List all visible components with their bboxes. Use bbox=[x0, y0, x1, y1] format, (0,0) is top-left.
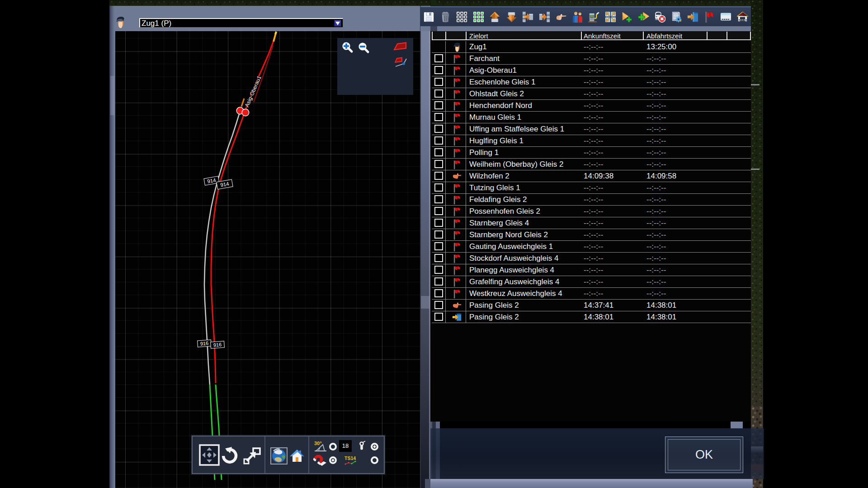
row-checkbox[interactable] bbox=[434, 313, 443, 321]
timetable-row[interactable]: Gauting Ausweichgleis 1--:--:----:--:-- bbox=[432, 241, 751, 253]
ts14-radio[interactable] bbox=[371, 456, 378, 464]
column-separator bbox=[726, 32, 727, 40]
timetable-row[interactable]: Feldafing Gleis 2--:--:----:--:-- bbox=[432, 194, 751, 206]
map-zoom-panel bbox=[337, 38, 413, 95]
grid-free-button[interactable] bbox=[456, 11, 467, 23]
export-button[interactable] bbox=[489, 11, 500, 23]
row-checkbox[interactable] bbox=[434, 89, 443, 98]
add-service-button[interactable] bbox=[638, 11, 649, 23]
row-destination: Henchendorf Nord bbox=[469, 101, 532, 110]
row-checkbox[interactable] bbox=[434, 136, 443, 145]
destination-flag-button[interactable] bbox=[704, 11, 715, 23]
timetable-row[interactable]: Huglfing Gleis 1--:--:----:--:-- bbox=[432, 135, 751, 147]
zoom-out-icon[interactable] bbox=[357, 42, 371, 55]
row-checkbox[interactable] bbox=[434, 113, 443, 121]
properties-button[interactable] bbox=[671, 11, 682, 23]
ts14-icon[interactable] bbox=[344, 455, 356, 465]
insert-list-button[interactable] bbox=[539, 11, 550, 23]
row-checkbox[interactable] bbox=[434, 266, 443, 274]
row-checkbox[interactable] bbox=[434, 230, 443, 239]
hand-small-icon bbox=[452, 300, 462, 311]
refuel-button[interactable] bbox=[588, 11, 599, 23]
timetable-row[interactable]: Tutzing Gleis 1--:--:----:--:-- bbox=[432, 182, 751, 194]
row-checkbox[interactable] bbox=[434, 289, 443, 297]
timetable-row[interactable]: Murnau Gleis 1--:--:----:--:-- bbox=[432, 112, 751, 123]
rotate-icon[interactable] bbox=[222, 446, 240, 465]
row-checkbox[interactable] bbox=[434, 172, 443, 180]
row-checkbox[interactable] bbox=[434, 254, 443, 262]
timetable-row[interactable]: Pasing Gleis 214:38:0114:38:01 bbox=[432, 311, 751, 323]
row-departure-time: --:--:-- bbox=[646, 242, 666, 251]
timetable-row[interactable]: Starnberg Gleis 4--:--:----:--:-- bbox=[432, 217, 751, 229]
add-driver-button[interactable] bbox=[621, 11, 632, 23]
globe-icon[interactable] bbox=[270, 447, 288, 465]
row-checkbox[interactable] bbox=[434, 101, 443, 109]
map-viewport[interactable]: Asig-Oberau1 914 914 916 bbox=[115, 31, 420, 488]
protractor-icon[interactable] bbox=[314, 441, 327, 452]
magnet-icon[interactable] bbox=[313, 455, 327, 468]
row-checkbox[interactable] bbox=[434, 66, 443, 74]
import-button[interactable] bbox=[506, 11, 517, 23]
angle-snap-radio[interactable] bbox=[329, 443, 337, 450]
scene-right-strip bbox=[751, 0, 763, 488]
row-checkbox[interactable] bbox=[434, 277, 443, 286]
row-checkbox[interactable] bbox=[434, 54, 443, 62]
timetable-row[interactable]: Stockdorf Ausweichgleis 4--:--:----:--:-… bbox=[432, 253, 751, 264]
consist-button[interactable] bbox=[720, 11, 731, 23]
row-arrival-time: --:--:-- bbox=[584, 207, 603, 216]
insert-into-button[interactable] bbox=[522, 11, 533, 23]
timetable-row[interactable]: Starnberg Nord Gleis 2--:--:----:--:-- bbox=[432, 229, 751, 241]
free-rotate-radio[interactable] bbox=[371, 443, 378, 450]
row-checkbox[interactable] bbox=[434, 207, 443, 215]
timetable-row[interactable]: Zug1--:--:--13:25:00 bbox=[432, 41, 751, 53]
grid-snap-button[interactable] bbox=[473, 11, 484, 23]
timetable-row[interactable]: Ohlstadt Gleis 2--:--:----:--:-- bbox=[432, 88, 751, 100]
row-checkbox[interactable] bbox=[434, 160, 443, 168]
flag-small-icon bbox=[452, 148, 462, 158]
timetable-row[interactable]: Westkreuz Ausweichgleis 4--:--:----:--:-… bbox=[432, 288, 751, 300]
passengers-button[interactable] bbox=[572, 11, 583, 23]
row-checkbox[interactable] bbox=[434, 125, 443, 133]
train-marker-circle[interactable] bbox=[242, 109, 249, 116]
pin-icon[interactable] bbox=[359, 440, 366, 452]
timetable-row[interactable]: Eschenlohe Gleis 1--:--:----:--:-- bbox=[432, 76, 751, 88]
row-checkbox[interactable] bbox=[434, 301, 443, 309]
row-checkbox[interactable] bbox=[434, 183, 443, 192]
portal-button[interactable] bbox=[687, 11, 698, 23]
timetable-row[interactable]: Polling 1--:--:----:--:-- bbox=[432, 147, 751, 159]
delete-button[interactable] bbox=[440, 11, 451, 23]
home-icon[interactable] bbox=[289, 448, 305, 464]
train-select-dropdown[interactable]: Zug1 (P) bbox=[139, 18, 343, 28]
timetable-row[interactable]: Uffing am Staffelsee Gleis 1--:--:----:-… bbox=[432, 123, 751, 135]
row-checkbox[interactable] bbox=[434, 242, 443, 250]
zoom-in-icon[interactable] bbox=[341, 41, 354, 55]
dropdown-button[interactable] bbox=[334, 20, 341, 27]
timetable-row[interactable]: Grafelfing Ausweichgleis 4--:--:----:--:… bbox=[432, 276, 751, 288]
expand-button[interactable] bbox=[605, 11, 616, 23]
timetable-row[interactable]: Henchendorf Nord--:--:----:--:-- bbox=[432, 100, 751, 112]
timetable-row[interactable]: Farchant--:--:----:--:-- bbox=[432, 53, 751, 65]
row-checkbox[interactable] bbox=[434, 78, 443, 86]
angle-value-box[interactable]: 18 bbox=[339, 440, 352, 452]
remove-train-button[interactable] bbox=[654, 11, 665, 23]
red-quad-path-icon[interactable] bbox=[394, 57, 408, 70]
save-button[interactable] bbox=[423, 11, 434, 23]
select-button[interactable] bbox=[555, 11, 566, 23]
timetable-row[interactable]: Pasing Gleis 214:37:4114:38:01 bbox=[432, 300, 751, 311]
timetable-row[interactable]: Asig-Oberau1--:--:----:--:-- bbox=[432, 65, 751, 76]
row-checkbox[interactable] bbox=[434, 195, 443, 203]
row-checkbox[interactable] bbox=[434, 219, 443, 227]
jump-arrow-icon[interactable] bbox=[243, 446, 261, 465]
ok-button[interactable]: OK bbox=[665, 436, 743, 473]
pan-icon[interactable] bbox=[199, 444, 220, 466]
red-quad-icon[interactable] bbox=[393, 42, 407, 51]
magnet-snap-radio[interactable] bbox=[329, 456, 337, 464]
depot-button[interactable] bbox=[737, 11, 748, 23]
timetable-row[interactable]: Weilheim (Oberbay) Gleis 2--:--:----:--:… bbox=[432, 159, 751, 170]
timetable-row[interactable]: Planegg Ausweichgleis 4--:--:----:--:-- bbox=[432, 264, 751, 276]
row-checkbox[interactable] bbox=[434, 148, 443, 156]
row-destination: Westkreuz Ausweichgleis 4 bbox=[469, 289, 562, 298]
row-destination: Huglfing Gleis 1 bbox=[469, 136, 524, 145]
timetable-row[interactable]: Possenhofen Gleis 2--:--:----:--:-- bbox=[432, 206, 751, 217]
timetable-row[interactable]: Wilzhofen 214:09:3814:09:58 bbox=[432, 170, 751, 182]
